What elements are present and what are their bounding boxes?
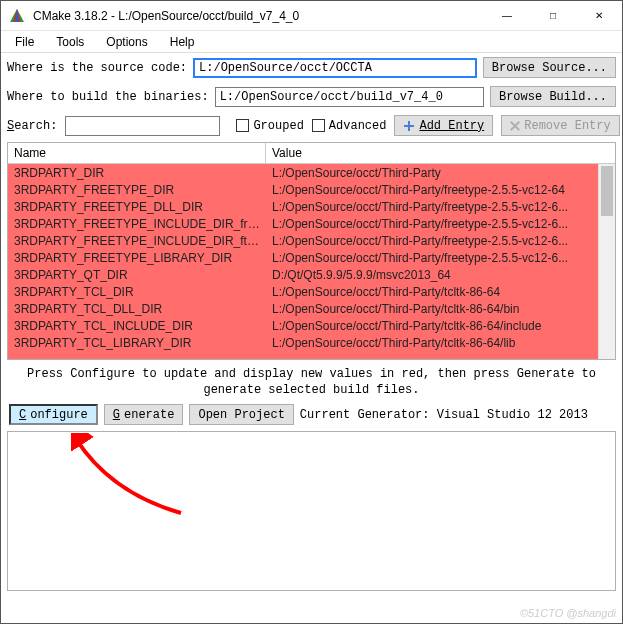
close-button[interactable]: ✕	[576, 1, 622, 31]
toolbar: SSearch:earch: Grouped Advanced Add Entr…	[1, 111, 622, 140]
cache-entry-name: 3RDPARTY_FREETYPE_LIBRARY_DIR	[8, 251, 266, 265]
column-header-name[interactable]: Name	[8, 143, 266, 163]
generate-button[interactable]: GenerateGenerate	[104, 404, 184, 425]
cache-entry-name: 3RDPARTY_TCL_LIBRARY_DIR	[8, 336, 266, 350]
action-row: CConfigureonfigure GenerateGenerate Open…	[1, 402, 622, 427]
table-row[interactable]: 3RDPARTY_FREETYPE_DLL_DIRL:/OpenSource/o…	[8, 198, 615, 215]
plus-icon	[403, 120, 415, 132]
cache-entry-name: 3RDPARTY_DIR	[8, 166, 266, 180]
cache-entry-value: L:/OpenSource/occt/Third-Party/tcltk-86-…	[266, 302, 615, 316]
advanced-checkbox[interactable]: Advanced	[312, 119, 387, 133]
menu-options[interactable]: Options	[96, 33, 157, 51]
table-row[interactable]: 3RDPARTY_DIRL:/OpenSource/occt/Third-Par…	[8, 164, 615, 181]
cache-entry-value: L:/OpenSource/occt/Third-Party/freetype-…	[266, 234, 615, 248]
table-row[interactable]: 3RDPARTY_FREETYPE_INCLUDE_DIR_fre...L:/O…	[8, 215, 615, 232]
open-project-button[interactable]: Open Project	[189, 404, 293, 425]
add-entry-button[interactable]: Add Entry	[394, 115, 493, 136]
build-input[interactable]	[215, 87, 484, 107]
menu-help[interactable]: Help	[160, 33, 205, 51]
cache-entry-value: L:/OpenSource/occt/Third-Party/freetype-…	[266, 183, 615, 197]
cache-entry-value: L:/OpenSource/occt/Third-Party/freetype-…	[266, 200, 615, 214]
cache-entry-name: 3RDPARTY_FREETYPE_INCLUDE_DIR_ft2...	[8, 234, 266, 248]
column-header-value[interactable]: Value	[266, 143, 615, 163]
table-row[interactable]: 3RDPARTY_FREETYPE_LIBRARY_DIRL:/OpenSour…	[8, 249, 615, 266]
table-row[interactable]: 3RDPARTY_FREETYPE_DIRL:/OpenSource/occt/…	[8, 181, 615, 198]
table-row[interactable]: 3RDPARTY_TCL_INCLUDE_DIRL:/OpenSource/oc…	[8, 317, 615, 334]
vertical-scrollbar[interactable]	[598, 164, 615, 359]
browse-source-button[interactable]: Browse Source...	[483, 57, 616, 78]
cache-entry-value: L:/OpenSource/occt/Third-Party	[266, 166, 615, 180]
configure-button[interactable]: CConfigureonfigure	[9, 404, 98, 425]
scrollbar-thumb[interactable]	[601, 166, 613, 216]
search-label: SSearch:earch:	[7, 119, 57, 133]
cache-entry-value: L:/OpenSource/occt/Third-Party/freetype-…	[266, 251, 615, 265]
cache-entry-value: L:/OpenSource/occt/Third-Party/tcltk-86-…	[266, 336, 615, 350]
build-label: Where to build the binaries:	[7, 90, 209, 104]
table-row[interactable]: 3RDPARTY_QT_DIRD:/Qt/Qt5.9.9/5.9.9/msvc2…	[8, 266, 615, 283]
minimize-button[interactable]: —	[484, 1, 530, 31]
cache-entry-name: 3RDPARTY_FREETYPE_INCLUDE_DIR_fre...	[8, 217, 266, 231]
menu-tools[interactable]: Tools	[46, 33, 94, 51]
menu-bar: File Tools Options Help	[1, 31, 622, 53]
grouped-checkbox[interactable]: Grouped	[236, 119, 303, 133]
cache-table: Name Value 3RDPARTY_DIRL:/OpenSource/occ…	[7, 142, 616, 360]
cache-entry-name: 3RDPARTY_TCL_INCLUDE_DIR	[8, 319, 266, 333]
checkbox-icon	[236, 119, 249, 132]
remove-entry-button: Remove Entry	[501, 115, 619, 136]
cache-entry-name: 3RDPARTY_TCL_DLL_DIR	[8, 302, 266, 316]
browse-build-button[interactable]: Browse Build...	[490, 86, 616, 107]
source-label: Where is the source code:	[7, 61, 187, 75]
menu-file[interactable]: File	[5, 33, 44, 51]
cache-entry-value: L:/OpenSource/occt/Third-Party/freetype-…	[266, 217, 615, 231]
checkbox-icon	[312, 119, 325, 132]
x-icon	[510, 121, 520, 131]
table-row[interactable]: 3RDPARTY_TCL_DLL_DIRL:/OpenSource/occt/T…	[8, 300, 615, 317]
search-input[interactable]	[65, 116, 220, 136]
cache-entry-value: L:/OpenSource/occt/Third-Party/tcltk-86-…	[266, 285, 615, 299]
app-logo-icon	[9, 8, 25, 24]
table-row[interactable]: 3RDPARTY_TCL_DIRL:/OpenSource/occt/Third…	[8, 283, 615, 300]
cache-entry-name: 3RDPARTY_FREETYPE_DIR	[8, 183, 266, 197]
current-generator-label: Current Generator: Visual Studio 12 2013	[300, 408, 588, 422]
source-row: Where is the source code: Browse Source.…	[1, 53, 622, 82]
cache-entry-value: L:/OpenSource/occt/Third-Party/tcltk-86-…	[266, 319, 615, 333]
watermark: ©51CTO @shangdi	[520, 607, 616, 619]
window-title: CMake 3.18.2 - L:/OpenSource/occt/build_…	[33, 9, 484, 23]
table-row[interactable]: 3RDPARTY_TCL_LIBRARY_DIRL:/OpenSource/oc…	[8, 334, 615, 351]
hint-text: Press Configure to update and display ne…	[1, 362, 622, 402]
build-row: Where to build the binaries: Browse Buil…	[1, 82, 622, 111]
title-bar: CMake 3.18.2 - L:/OpenSource/occt/build_…	[1, 1, 622, 31]
cache-entry-name: 3RDPARTY_QT_DIR	[8, 268, 266, 282]
cache-entry-name: 3RDPARTY_FREETYPE_DLL_DIR	[8, 200, 266, 214]
table-row[interactable]: 3RDPARTY_FREETYPE_INCLUDE_DIR_ft2...L:/O…	[8, 232, 615, 249]
output-log[interactable]	[7, 431, 616, 591]
cache-entry-name: 3RDPARTY_TCL_DIR	[8, 285, 266, 299]
cache-entry-value: D:/Qt/Qt5.9.9/5.9.9/msvc2013_64	[266, 268, 615, 282]
source-input[interactable]	[193, 58, 477, 78]
maximize-button[interactable]: □	[530, 1, 576, 31]
